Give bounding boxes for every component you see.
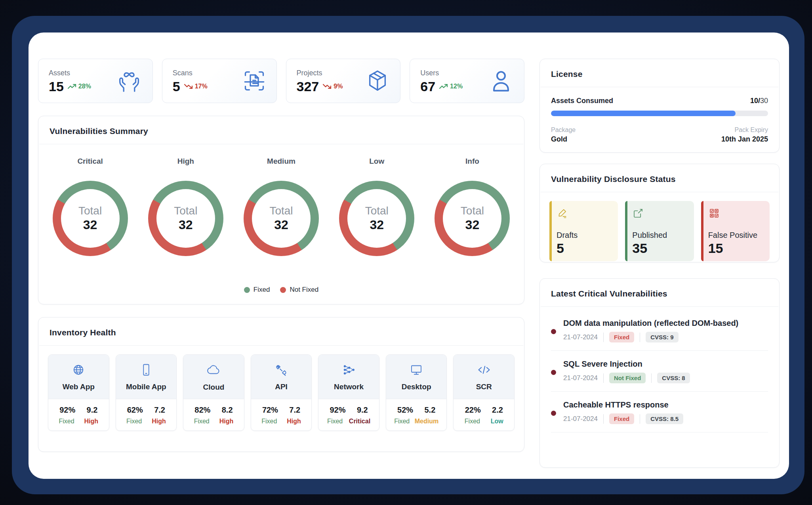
license-progress-bar	[551, 111, 768, 116]
disclosure-card-drafts[interactable]: Drafts 5	[549, 201, 618, 261]
inventory-card-api[interactable]: API 72%7.2 FixedHigh	[251, 354, 312, 431]
inventory-cards: Web App 92%9.2 FixedHigh Mobile App	[38, 346, 524, 440]
vulnerability-name: DOM data manipulation (reflected DOM-bas…	[563, 319, 738, 328]
stat-card-projects[interactable]: Projects 327 9%	[286, 59, 401, 103]
inventory-health-panel: Inventory Health Web App 92%9.2 FixedHig…	[38, 317, 524, 452]
bullet-icon	[551, 329, 556, 334]
smartphone-icon	[139, 363, 153, 379]
trend-up-icon	[439, 84, 448, 89]
trend-down-indicator: 17%	[184, 83, 208, 90]
fixed-pct: 92%	[59, 406, 75, 415]
donut-critical: Critical Total 32	[42, 148, 138, 274]
fixed-label: Fixed	[327, 418, 343, 425]
bullet-icon	[551, 411, 556, 416]
right-column: License Assets Consumed 10/30 Package Go…	[539, 59, 780, 479]
severity-label: Medium	[415, 418, 438, 425]
page-background: Assets 15 28%	[0, 0, 812, 505]
legend-not-fixed[interactable]: Not Fixed	[280, 286, 318, 294]
vulnerability-date: 21-07-2024	[563, 374, 598, 382]
stat-label: Scans	[173, 69, 208, 77]
vulnerability-list-item[interactable]: DOM data manipulation (reflected DOM-bas…	[551, 310, 768, 351]
score: 5.2	[424, 406, 435, 415]
divider	[640, 414, 640, 424]
donut-label: Low	[369, 157, 384, 166]
stat-card-users[interactable]: Users 67 12%	[410, 59, 524, 103]
vulnerability-date: 21-07-2024	[563, 415, 598, 423]
stat-card-scans[interactable]: Scans 5 17%	[162, 59, 277, 103]
user-icon	[488, 68, 514, 94]
score: 2.2	[492, 406, 503, 415]
stat-card-assets[interactable]: Assets 15 28%	[38, 59, 153, 103]
cvss-badge: CVSS: 9	[646, 332, 678, 342]
cvss-badge: CVSS: 8.5	[646, 413, 683, 424]
trend-down-icon	[323, 84, 332, 89]
panel-title: Vulnerability Disclosure Status	[551, 174, 768, 184]
license-panel: License Assets Consumed 10/30 Package Go…	[539, 59, 780, 153]
fixed-label: Fixed	[394, 418, 410, 425]
score: 8.2	[222, 406, 233, 415]
fixed-label: Fixed	[261, 418, 277, 425]
package-box-icon	[365, 69, 390, 93]
trend-up-indicator: 28%	[68, 83, 91, 90]
license-progress-fill	[551, 111, 736, 116]
fixed-pct: 92%	[330, 406, 345, 415]
vulnerability-name: SQL Severe Injection	[563, 360, 690, 369]
panel-title: License	[551, 69, 768, 79]
inventory-card-desktop[interactable]: Desktop 52%5.2 FixedMedium	[386, 354, 447, 431]
legend-dot-fixed	[244, 287, 250, 293]
legend-fixed[interactable]: Fixed	[244, 286, 270, 294]
donut-label: Medium	[267, 157, 295, 166]
panel-title: Vulnerabilities Summary	[50, 126, 513, 136]
checkbox-grid-icon	[708, 207, 762, 221]
donut-label: Info	[465, 157, 479, 166]
severity-label: Critical	[349, 418, 370, 425]
globe-icon	[71, 363, 86, 379]
divider	[603, 333, 604, 342]
vulnerability-list-item[interactable]: SQL Severe Injection 21-07-2024 Not Fixe…	[551, 351, 768, 392]
monitor-icon	[409, 363, 423, 379]
donut-chart: Total 32	[148, 181, 223, 256]
divider	[651, 373, 652, 383]
hands-infinity-icon	[116, 68, 142, 94]
disclosure-card-false-positive[interactable]: False Positive 15	[701, 201, 770, 261]
severity-label: High	[84, 418, 99, 425]
stat-label: Assets	[49, 69, 91, 77]
score: 7.2	[289, 406, 300, 415]
donut-chart: Total 32	[339, 181, 414, 256]
status-badge: Not Fixed	[609, 373, 646, 383]
legend-dot-not-fixed	[280, 287, 286, 293]
donut-low: Low Total 32	[329, 148, 425, 274]
donut-info: Info Total 32	[425, 148, 520, 274]
fixed-label: Fixed	[194, 418, 210, 425]
trend-down-indicator: 9%	[323, 83, 343, 90]
divider	[603, 414, 604, 424]
inventory-card-network[interactable]: Network 92%9.2 FixedCritical	[318, 354, 379, 431]
donut-label: Critical	[77, 157, 103, 166]
severity-label: High	[287, 418, 301, 425]
inventory-card-scr[interactable]: SCR 22%2.2 FixedLow	[453, 354, 515, 431]
donut-medium: Medium Total 32	[233, 148, 329, 274]
inventory-card-web-app[interactable]: Web App 92%9.2 FixedHigh	[48, 354, 109, 431]
divider	[603, 373, 604, 383]
disclosure-card-published[interactable]: Published 35	[625, 201, 694, 261]
bullet-icon	[551, 370, 556, 375]
scan-document-icon	[242, 69, 266, 93]
share-icon	[632, 207, 686, 221]
code-icon	[477, 363, 491, 379]
donut-row: Critical Total 32 High Total	[38, 144, 524, 274]
inventory-card-mobile-app[interactable]: Mobile App 62%7.2 FixedHigh	[116, 354, 177, 431]
panel-title: Latest Critical Vulnerabilities	[551, 289, 768, 298]
vulnerability-name: Cacheable HTTPS response	[563, 400, 683, 409]
vulnerabilities-summary-panel: Vulnerabilities Summary Critical Total 3…	[38, 116, 524, 304]
severity-label: High	[152, 418, 166, 425]
fixed-pct: 52%	[397, 406, 413, 415]
cvss-badge: CVSS: 8	[657, 373, 690, 383]
assets-consumed-label: Assets Consumed	[551, 97, 613, 105]
pack-expiry-label: Pack Expiry	[721, 126, 768, 134]
stat-value: 67	[420, 80, 435, 93]
chart-legend: Fixed Not Fixed	[38, 274, 524, 304]
stat-label: Projects	[297, 69, 343, 77]
inventory-card-cloud[interactable]: Cloud 82%8.2 FixedHigh	[183, 354, 244, 431]
status-badge: Fixed	[609, 332, 634, 342]
vulnerability-list-item[interactable]: Cacheable HTTPS response 21-07-2024 Fixe…	[551, 392, 768, 432]
